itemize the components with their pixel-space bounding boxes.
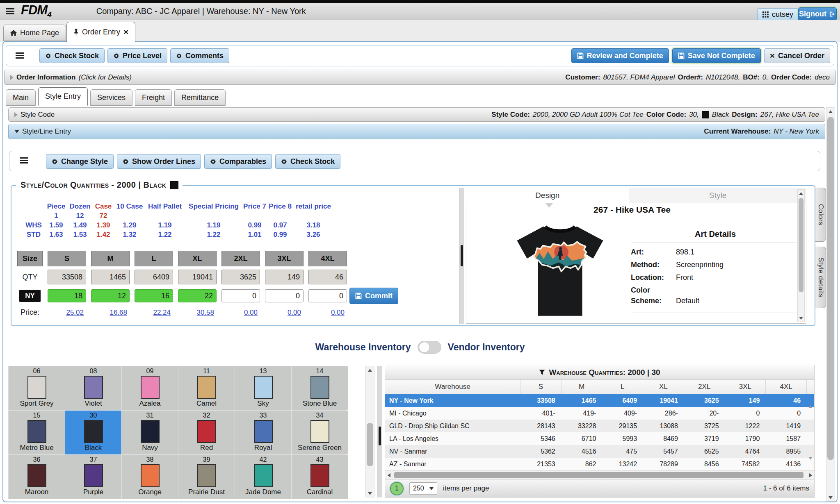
row-scroll-up-icon[interactable] (808, 398, 813, 406)
tab-home-page[interactable]: Home Page (3, 25, 66, 41)
price-link[interactable]: 0.00 (265, 309, 304, 317)
warehouse-row[interactable]: GLD - Drop Ship Gildan SC281433322829135… (385, 420, 814, 432)
color-swatch-cell[interactable]: 36Maroon (9, 455, 65, 499)
splitter-grip[interactable] (461, 245, 463, 266)
scroll-down-icon[interactable] (366, 490, 374, 497)
scroll-left-icon[interactable] (385, 471, 393, 479)
scroll-right-icon[interactable] (807, 471, 814, 479)
tab-style[interactable]: Style (629, 188, 806, 203)
tab-remittance[interactable]: Remittance (174, 89, 226, 106)
commit-button[interactable]: Commit (349, 288, 398, 304)
color-swatch-cell[interactable]: 09Azalea (122, 366, 178, 410)
color-swatch-cell[interactable]: 15Metro Blue (9, 411, 65, 454)
tab-freight[interactable]: Freight (135, 89, 172, 106)
save-not-complete-button[interactable]: Save Not Complete (672, 48, 761, 63)
style-line-entry-bar[interactable]: Style/Line Entry Current Warehouse: NY -… (8, 124, 825, 139)
line-qty-input[interactable]: 0 (308, 289, 347, 302)
cancel-order-button[interactable]: Cancel Order (764, 48, 830, 63)
line-qty-input[interactable]: 16 (135, 289, 173, 302)
price-link[interactable]: 0.00 (221, 309, 260, 317)
change-style-button[interactable]: Change Style (46, 154, 114, 169)
tab-services[interactable]: Services (90, 89, 132, 106)
column-header[interactable]: L (602, 380, 643, 394)
color-swatch-cell[interactable]: 43Cardinal (292, 455, 348, 499)
scrollbar-thumb[interactable] (827, 117, 834, 460)
price-level-button[interactable]: Price Level (107, 48, 167, 63)
warehouse-table-hscrollbar[interactable] (385, 470, 814, 480)
toolbar-menu-icon[interactable] (16, 52, 24, 59)
tab-design[interactable]: Design (466, 188, 629, 203)
toggle-knob[interactable] (419, 342, 430, 353)
column-header[interactable]: XL (643, 380, 684, 394)
column-header[interactable]: M (562, 380, 603, 394)
tab-main[interactable]: Main (6, 89, 36, 106)
scrollbar-thumb[interactable] (799, 198, 803, 292)
color-swatch-cell[interactable]: 32Red (178, 411, 235, 454)
warehouse-row[interactable]: LA - Los Angeles534667105993846937191790… (385, 432, 814, 445)
toolbar-menu-icon[interactable] (20, 157, 28, 163)
comments-button[interactable]: Comments (170, 48, 229, 63)
page-size-select[interactable]: 250 (409, 482, 437, 495)
user-menu-button[interactable]: cutsey (757, 8, 799, 20)
price-link[interactable]: 0.00 (308, 309, 347, 317)
side-tab-colors[interactable]: Colors (815, 188, 826, 242)
line-qty-input[interactable]: 22 (178, 289, 217, 302)
scroll-up-icon[interactable] (798, 190, 804, 197)
check-stock-button[interactable]: Check Stock (275, 154, 340, 169)
close-tab-icon[interactable] (123, 27, 128, 37)
order-information-bar[interactable]: Order Information (Click for Details) Cu… (4, 70, 836, 85)
page-number-button[interactable]: 1 (390, 482, 404, 495)
scroll-up-icon[interactable] (826, 108, 835, 115)
row-scroll-down-icon[interactable] (808, 460, 813, 467)
show-order-lines-button[interactable]: Show Order Lines (117, 154, 201, 169)
signout-button[interactable]: Signout (798, 7, 837, 21)
color-swatch-cell[interactable]: 42Jade Dome (235, 455, 291, 499)
design-panel-scrollbar[interactable] (797, 189, 805, 322)
panel-splitter[interactable] (377, 366, 382, 497)
line-qty-input[interactable]: 18 (48, 289, 86, 302)
inventory-toggle-switch[interactable] (418, 341, 441, 354)
color-swatch-cell[interactable]: 06Sport Grey (9, 366, 65, 410)
price-link[interactable]: 25.02 (48, 309, 86, 317)
scroll-down-icon[interactable] (826, 494, 835, 501)
scroll-up-icon[interactable] (366, 366, 374, 374)
color-swatch-cell[interactable]: 08Violet (65, 366, 121, 410)
line-qty-input[interactable]: 0 (265, 289, 304, 302)
column-header[interactable]: 4XL (766, 380, 807, 394)
color-swatch-cell[interactable]: 39Prairie Dust (178, 455, 235, 499)
column-header[interactable]: S (520, 380, 562, 394)
check-stock-button[interactable]: Check Stock (39, 48, 105, 63)
column-header[interactable]: 2XL (684, 380, 725, 394)
line-qty-input[interactable]: 0 (221, 289, 260, 302)
warehouse-row[interactable]: NV - Sanmar536245164755457652547648955 (385, 445, 814, 458)
color-swatch-cell[interactable]: 33Royal (235, 411, 291, 454)
splitter-grip[interactable] (379, 427, 381, 445)
warehouse-row[interactable]: MI - Chicago401-419-409-286-20-00 (385, 407, 814, 420)
color-swatch-cell[interactable]: 34Serene Green (292, 411, 348, 454)
color-grid-scrollbar[interactable] (365, 366, 374, 497)
page-scrollbar[interactable] (826, 107, 835, 502)
scrollbar-thumb[interactable] (394, 472, 803, 478)
color-swatch-cell[interactable]: 13Sky (235, 366, 291, 410)
tab-style-entry[interactable]: Style Entry (38, 87, 88, 106)
color-swatch-cell[interactable]: 31Navy (122, 411, 178, 454)
column-header[interactable]: 3XL (725, 380, 766, 394)
price-link[interactable]: 22.24 (135, 309, 173, 317)
warehouse-row[interactable]: AZ - Sanmar21353862132427828984567458241… (385, 458, 814, 470)
style-code-bar[interactable]: Style Code Style Code: 2000, 2000 GD Adu… (8, 107, 825, 122)
color-swatch-cell[interactable]: 37Purple (65, 455, 121, 499)
side-tab-style-details[interactable]: Style details (815, 247, 826, 308)
line-qty-input[interactable]: 12 (91, 289, 130, 302)
scrollbar-thumb[interactable] (367, 423, 373, 466)
menu-icon[interactable] (6, 8, 14, 14)
price-link[interactable]: 30.58 (178, 309, 217, 317)
scroll-down-icon[interactable] (798, 314, 804, 322)
price-link[interactable]: 16.68 (91, 309, 130, 317)
color-swatch-cell[interactable]: 11Camel (178, 366, 235, 410)
tab-order-entry[interactable]: Order Entry (66, 22, 135, 42)
comparables-button[interactable]: Comparables (204, 154, 272, 169)
column-header[interactable]: Warehouse (385, 380, 520, 394)
panel-splitter[interactable] (459, 188, 464, 324)
color-swatch-cell[interactable]: 14Stone Blue (292, 366, 348, 410)
warehouse-row[interactable]: NY - New York335081465640919041362514946 (385, 394, 814, 407)
